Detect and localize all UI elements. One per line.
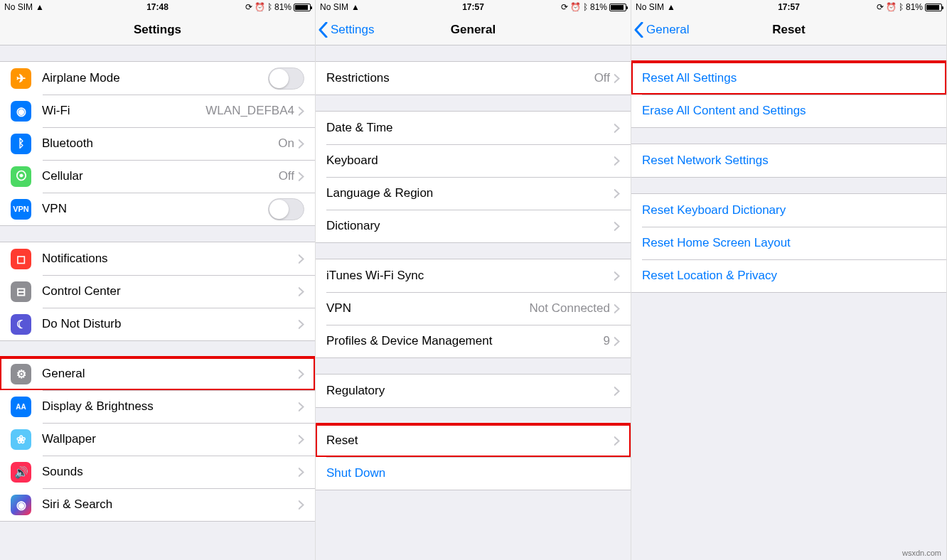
value: Not Connected [530, 301, 610, 316]
label: Reset Network Settings [642, 154, 936, 168]
row-notifications[interactable]: ◻︎ Notifications [0, 242, 315, 275]
label: Reset Home Screen Layout [642, 236, 936, 250]
screen-settings: No SIM ▲ 17:48 ⟳⏰ᛒ81% Settings ✈︎ Airpla… [0, 0, 316, 560]
status-time: 17:57 [778, 2, 800, 12]
battery-icon [294, 4, 311, 11]
airplane-icon: ✈︎ [11, 68, 31, 89]
airplane-toggle[interactable] [268, 68, 304, 90]
back-button[interactable]: Settings [316, 22, 377, 38]
wifi-icon: ▲ [351, 2, 360, 12]
cell-value: Off [279, 169, 294, 183]
row-do-not-disturb[interactable]: ☾ Do Not Disturb [0, 308, 315, 340]
chevron-icon [614, 387, 620, 396]
label: Cellular [42, 169, 279, 183]
bluetooth-icon: ᛒ [583, 2, 588, 12]
wifi-icon: ▲ [667, 2, 675, 12]
row-wifi[interactable]: ◉ Wi-Fi WLAN_DEFBA4 [0, 95, 315, 127]
chevron-icon [299, 500, 304, 510]
row-itunes-wifi-sync[interactable]: iTunes Wi-Fi Sync [316, 259, 631, 292]
status-bar: No SIM ▲ 17:57 ⟳⏰ᛒ81% [316, 0, 631, 14]
row-vpn[interactable]: VPN Not Connected [316, 292, 631, 325]
alarm-icon: ⏰ [570, 2, 581, 12]
row-profiles[interactable]: Profiles & Device Management 9 [316, 325, 631, 357]
label: Wi-Fi [42, 104, 205, 118]
row-sounds[interactable]: 🔊 Sounds [0, 456, 315, 488]
label: Sounds [42, 465, 299, 479]
screen-reset: No SIM ▲ 17:57 ⟳⏰ᛒ81% General Reset Rese… [631, 0, 947, 560]
vpn-icon: VPN [11, 199, 31, 220]
back-label: General [646, 23, 689, 37]
row-regulatory[interactable]: Regulatory [316, 375, 631, 407]
bt-value: On [278, 136, 294, 151]
status-time: 17:48 [146, 2, 168, 12]
label: Control Center [42, 284, 299, 298]
row-airplane-mode[interactable]: ✈︎ Airplane Mode [0, 62, 315, 95]
row-reset-home-layout[interactable]: Reset Home Screen Layout [631, 227, 946, 259]
chevron-icon [614, 189, 620, 198]
label: iTunes Wi-Fi Sync [326, 269, 614, 283]
row-wallpaper[interactable]: ❀ Wallpaper [0, 423, 315, 456]
label: Erase All Content and Settings [642, 104, 936, 118]
row-language-region[interactable]: Language & Region [316, 177, 631, 210]
lock-icon: ⟳ [245, 2, 252, 12]
row-keyboard[interactable]: Keyboard [316, 144, 631, 177]
chevron-icon [299, 254, 304, 264]
row-reset[interactable]: Reset [316, 424, 631, 457]
label: VPN [42, 202, 268, 216]
label: Reset All Settings [642, 71, 936, 85]
nav-bar: General Reset [631, 14, 946, 45]
battery-icon [925, 4, 942, 11]
chevron-icon [299, 107, 304, 116]
row-date-time[interactable]: Date & Time [316, 112, 631, 144]
row-cellular[interactable]: ⦿ Cellular Off [0, 160, 315, 193]
row-reset-network[interactable]: Reset Network Settings [631, 144, 946, 177]
sounds-icon: 🔊 [11, 462, 31, 483]
chevron-icon [299, 402, 304, 411]
label: Dictionary [326, 219, 614, 233]
wifi-icon: ▲ [36, 2, 44, 12]
label: Display & Brightness [42, 399, 299, 414]
chevron-icon [614, 156, 620, 166]
chevron-icon [614, 124, 620, 133]
cellular-icon: ⦿ [11, 166, 31, 187]
label: Wallpaper [42, 432, 299, 446]
display-icon: AA [11, 397, 31, 417]
dnd-icon: ☾ [11, 314, 31, 335]
row-display-brightness[interactable]: AA Display & Brightness [0, 390, 315, 423]
back-button[interactable]: General [631, 22, 692, 38]
row-reset-keyboard-dict[interactable]: Reset Keyboard Dictionary [631, 194, 946, 227]
row-reset-all-settings[interactable]: Reset All Settings [631, 62, 946, 95]
lock-icon: ⟳ [877, 2, 884, 12]
nav-title: Settings [134, 23, 181, 37]
value: 9 [604, 334, 610, 348]
row-control-center[interactable]: ⊟ Control Center [0, 275, 315, 308]
vpn-toggle[interactable] [268, 198, 304, 220]
chevron-icon [299, 435, 304, 444]
alarm-icon: ⏰ [255, 2, 265, 12]
row-siri-search[interactable]: ◉ Siri & Search [0, 488, 315, 521]
label: General [42, 367, 299, 381]
row-reset-location-privacy[interactable]: Reset Location & Privacy [631, 259, 946, 292]
chevron-icon [299, 468, 304, 477]
label: Reset Location & Privacy [642, 269, 936, 283]
nav-bar: Settings General [316, 14, 631, 45]
source-watermark: wsxdn.com [902, 549, 941, 557]
row-bluetooth[interactable]: ᛒ Bluetooth On [0, 127, 315, 160]
label: Profiles & Device Management [326, 334, 604, 348]
chevron-icon [614, 337, 620, 346]
label: Siri & Search [42, 497, 299, 512]
nav-title: General [451, 23, 496, 37]
row-general[interactable]: ⚙︎ General [0, 357, 315, 390]
status-bar: No SIM ▲ 17:48 ⟳⏰ᛒ81% [0, 0, 315, 14]
row-restrictions[interactable]: Restrictions Off [316, 62, 631, 95]
chevron-icon [614, 304, 620, 313]
row-erase-all[interactable]: Erase All Content and Settings [631, 95, 946, 127]
row-dictionary[interactable]: Dictionary [316, 210, 631, 242]
screen-general: No SIM ▲ 17:57 ⟳⏰ᛒ81% Settings General R… [316, 0, 631, 560]
carrier-text: No SIM [636, 2, 664, 12]
label: VPN [326, 301, 530, 316]
row-vpn[interactable]: VPN VPN [0, 193, 315, 225]
wifi-value: WLAN_DEFBA4 [205, 104, 294, 118]
row-shut-down[interactable]: Shut Down [316, 457, 631, 490]
battery-icon [609, 4, 626, 11]
